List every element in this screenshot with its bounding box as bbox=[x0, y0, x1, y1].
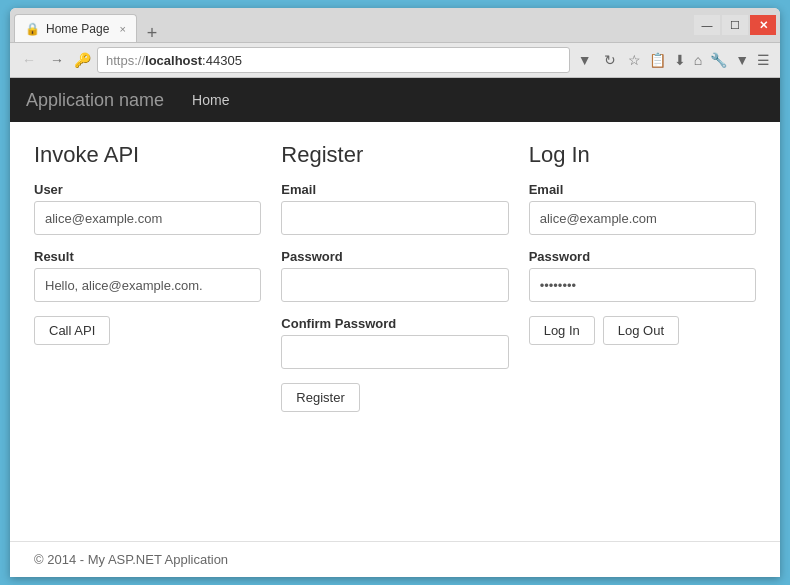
address-input[interactable]: https://localhost:44305 bbox=[97, 47, 570, 73]
register-section: Register Email Password Confirm Password… bbox=[281, 142, 508, 412]
logout-button[interactable]: Log Out bbox=[603, 316, 679, 345]
register-email-group: Email bbox=[281, 182, 508, 235]
bookmark-icon[interactable]: ☆ bbox=[626, 50, 643, 70]
register-password-group: Password bbox=[281, 249, 508, 302]
register-confirm-group: Confirm Password bbox=[281, 316, 508, 369]
window-controls: — ☐ ✕ bbox=[694, 15, 780, 35]
call-api-button[interactable]: Call API bbox=[34, 316, 110, 345]
home-icon[interactable]: ⌂ bbox=[692, 50, 704, 70]
user-field-group: User bbox=[34, 182, 261, 235]
toolbar-icons: ☆ 📋 ⬇ ⌂ 🔧 ▼ ☰ bbox=[626, 50, 772, 70]
address-host: localhost bbox=[145, 53, 202, 68]
register-password-input[interactable] bbox=[281, 268, 508, 302]
address-port: :44305 bbox=[202, 53, 242, 68]
app-name: Application name bbox=[26, 90, 164, 111]
content-grid: Invoke API User Result Call API Register… bbox=[34, 142, 756, 412]
address-bar: ← → 🔑 https://localhost:44305 ▼ ↻ ☆ 📋 ⬇ … bbox=[10, 42, 780, 78]
reader-icon[interactable]: 📋 bbox=[647, 50, 668, 70]
address-protocol: https:// bbox=[106, 53, 145, 68]
tools-dropdown-icon[interactable]: ▼ bbox=[733, 50, 751, 70]
register-heading: Register bbox=[281, 142, 508, 168]
download-icon[interactable]: ⬇ bbox=[672, 50, 688, 70]
dropdown-icon[interactable]: ▼ bbox=[576, 50, 594, 70]
register-button[interactable]: Register bbox=[281, 383, 359, 412]
login-button-row: Log In Log Out bbox=[529, 316, 756, 345]
register-confirm-input[interactable] bbox=[281, 335, 508, 369]
tab-close-button[interactable]: × bbox=[119, 23, 125, 35]
login-email-label: Email bbox=[529, 182, 756, 197]
back-button[interactable]: ← bbox=[18, 50, 40, 70]
tab-title: Home Page bbox=[46, 22, 109, 36]
page-content: Invoke API User Result Call API Register… bbox=[10, 122, 780, 541]
login-button[interactable]: Log In bbox=[529, 316, 595, 345]
invoke-api-heading: Invoke API bbox=[34, 142, 261, 168]
register-email-label: Email bbox=[281, 182, 508, 197]
result-field-group: Result bbox=[34, 249, 261, 302]
register-password-label: Password bbox=[281, 249, 508, 264]
menu-icon[interactable]: ☰ bbox=[755, 50, 772, 70]
new-tab-button[interactable]: + bbox=[141, 24, 164, 42]
maximize-button[interactable]: ☐ bbox=[722, 15, 748, 35]
user-input[interactable] bbox=[34, 201, 261, 235]
login-password-label: Password bbox=[529, 249, 756, 264]
close-button[interactable]: ✕ bbox=[750, 15, 776, 35]
login-password-input[interactable] bbox=[529, 268, 756, 302]
result-label: Result bbox=[34, 249, 261, 264]
key-icon: 🔑 bbox=[74, 52, 91, 68]
register-confirm-label: Confirm Password bbox=[281, 316, 508, 331]
footer-text: © 2014 - My ASP.NET Application bbox=[34, 552, 228, 567]
tools-icon[interactable]: 🔧 bbox=[708, 50, 729, 70]
login-heading: Log In bbox=[529, 142, 756, 168]
page-footer: © 2014 - My ASP.NET Application bbox=[10, 541, 780, 577]
tab-icon: 🔒 bbox=[25, 22, 40, 36]
title-bar: 🔒 Home Page × + — ☐ ✕ bbox=[10, 8, 780, 42]
invoke-api-section: Invoke API User Result Call API bbox=[34, 142, 261, 412]
register-email-input[interactable] bbox=[281, 201, 508, 235]
login-email-group: Email bbox=[529, 182, 756, 235]
login-password-group: Password bbox=[529, 249, 756, 302]
active-tab[interactable]: 🔒 Home Page × bbox=[14, 14, 137, 42]
forward-button[interactable]: → bbox=[46, 50, 68, 70]
user-label: User bbox=[34, 182, 261, 197]
result-input[interactable] bbox=[34, 268, 261, 302]
tab-area: 🔒 Home Page × + bbox=[10, 8, 694, 42]
navbar: Application name Home bbox=[10, 78, 780, 122]
minimize-button[interactable]: — bbox=[694, 15, 720, 35]
refresh-button[interactable]: ↻ bbox=[600, 50, 620, 70]
nav-home-link[interactable]: Home bbox=[184, 88, 237, 112]
login-email-input[interactable] bbox=[529, 201, 756, 235]
login-section: Log In Email Password Log In Log Out bbox=[529, 142, 756, 412]
